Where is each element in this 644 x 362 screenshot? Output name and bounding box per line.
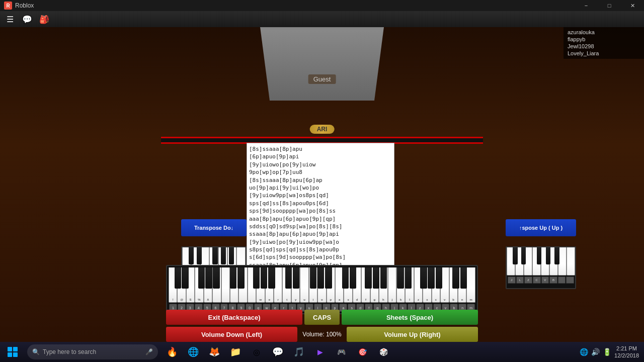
exit-button[interactable]: Exit (Backspace) [166, 310, 302, 325]
sheet-line-3: 9po[wp]op[7p]uu8 [249, 168, 392, 176]
ari-label: ARI [310, 125, 335, 134]
sheet-line-12: [9y]uiwo[po[9y]uiow9pp[wa]o [249, 238, 392, 246]
title-bar: R Roblox − □ ✕ [0, 0, 644, 11]
taskbar-app-firefox[interactable]: 🦊 [204, 342, 224, 362]
taskbar-tray: 🌐 🔊 🔋 2:21 PM 12/2/2018 [580, 345, 644, 359]
player-2: flappyb [566, 36, 642, 43]
windows-logo-icon [8, 347, 18, 357]
transpose-down-button[interactable]: Transpose Do↓ [181, 219, 247, 236]
search-placeholder: Type here to search [43, 348, 96, 355]
clock-date: 12/2/2018 [614, 352, 639, 359]
volume-icon[interactable]: 🔊 [591, 348, 600, 356]
sheets-button[interactable]: Sheets (Space) [342, 310, 478, 325]
player-4: Lovely_Liara [566, 50, 642, 57]
taskbar-app-spotify[interactable]: 🎵 [289, 342, 309, 362]
sheet-line-2: [9y]uiowo[po[9y]uiow [249, 161, 392, 168]
maximize-button[interactable]: □ [598, 0, 621, 11]
sheet-line-14: s[6d]sps[9d]soopppp[wa]po[8s] [249, 253, 392, 261]
menu-icon[interactable]: ☰ [4, 13, 16, 25]
volume-down-button[interactable]: Volume Down (Left) [166, 327, 297, 342]
backpack-icon[interactable]: 🎒 [38, 13, 50, 25]
sheet-line-5: uo[9p]api[9y]ui[wo]po [249, 184, 392, 192]
taskbar-app-skype[interactable]: 💬 [268, 342, 288, 362]
main-piano-keyboard: ! @ S % A w e r t y u i o p a s d f g h … [166, 265, 478, 314]
right-piano: J L Z C V B [506, 246, 576, 289]
sheet-line-9: aaa[8p]apu[6p]apuo[9p][qp] [249, 215, 392, 223]
taskbar-app-steam[interactable]: 🔥 [162, 342, 182, 362]
main-buttons-row: Exit (Backspace) CAPS Sheets (Space) [166, 310, 478, 325]
taskbar-apps: 🔥 🌐 🦊 📁 ◎ 💬 🎵 ▶ 🎮 🎯 🎲 [162, 342, 393, 362]
system-clock[interactable]: 2:21 PM 12/2/2018 [614, 345, 639, 359]
taskbar: 🔍 Type here to search 🎤 🔥 🌐 🦊 📁 ◎ 💬 🎵 ▶ … [0, 342, 644, 362]
taskbar-app-explorer[interactable]: 📁 [225, 342, 246, 362]
window-title: Roblox [15, 2, 34, 9]
close-button[interactable]: ✕ [621, 0, 644, 11]
sheet-line-1: [6p]apuo[9p]api [249, 153, 392, 160]
top-toolbar: ☰ 💬 🎒 [0, 11, 644, 27]
start-button[interactable] [0, 342, 25, 362]
taskbar-app-edge[interactable]: 🌐 [183, 342, 203, 362]
taskbar-search[interactable]: 🔍 Type here to search 🎤 [27, 344, 158, 359]
guest-label: Guest [308, 74, 336, 84]
app-icon: R [4, 2, 12, 10]
minimize-button[interactable]: − [575, 0, 598, 11]
player-3: Jewl10298 [566, 43, 642, 50]
volume-label: Volume: 100% [299, 331, 345, 338]
transpose-up-button[interactable]: ↑spose Up ( Up ) [506, 219, 576, 236]
sheet-line-7: sps[qd]ss[8s]apou0ps[6d] [249, 200, 392, 207]
window-controls: − □ ✕ [575, 0, 644, 11]
sheet-line-10: sddss[qO]sd9sp[wa]po[8s][8s] [249, 223, 392, 230]
sheet-line-8: sps[9d]soopppp[wa]po[8s]ss [249, 207, 392, 215]
sheet-line-0: [8s]ssaaa[8p]apu [249, 145, 392, 153]
caps-button[interactable]: CAPS [304, 310, 340, 325]
sheet-line-6: [9y]uiow9pp[wa]os8ps[qd] [249, 192, 392, 199]
sheet-line-11: ssaaa[8p]apu[6p]apuo[9p]api [249, 230, 392, 238]
sheet-line-4: [8s]ssaaa[8p]apu[6p]ap [249, 176, 392, 184]
bottom-buttons: Exit (Backspace) CAPS Sheets (Space) Vol… [166, 310, 478, 342]
battery-icon[interactable]: 🔋 [603, 348, 611, 356]
volume-buttons-row: Volume Down (Left) Volume: 100% Volume U… [166, 327, 478, 342]
sheet-line-13: s8ps[qd]sps[qd]ss[8s]apou0p [249, 246, 392, 253]
taskbar-app-discord[interactable]: 🎮 [331, 342, 351, 362]
chat-icon[interactable]: 💬 [21, 13, 33, 25]
clock-time: 2:21 PM [614, 345, 639, 352]
taskbar-app-task3[interactable]: 🎲 [373, 342, 393, 362]
taskbar-app-chrome[interactable]: ◎ [247, 342, 267, 362]
mic-icon: 🎤 [145, 348, 153, 355]
volume-up-button[interactable]: Volume Up (Right) [347, 327, 478, 342]
network-icon[interactable]: 🌐 [580, 348, 588, 356]
search-icon: 🔍 [32, 348, 40, 355]
taskbar-app-twitch[interactable]: ▶ [310, 342, 330, 362]
player-1: azuralouka [566, 29, 642, 36]
taskbar-app-task2[interactable]: 🎯 [352, 342, 372, 362]
